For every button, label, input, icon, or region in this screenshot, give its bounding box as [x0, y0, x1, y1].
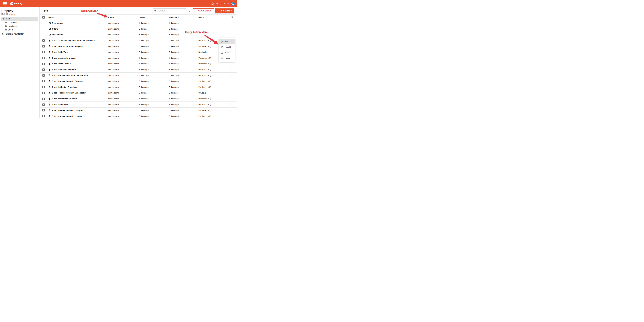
entry-name[interactable]: 2 bed maisonette in Lyon [52, 57, 76, 59]
row-actions-kebab-button[interactable] [230, 85, 232, 89]
file-icon [48, 39, 51, 42]
row-checkbox[interactable] [42, 74, 45, 77]
folder-name[interactable]: New homes [52, 22, 63, 24]
column-header-status[interactable]: Status [198, 16, 228, 18]
search-icon [154, 10, 156, 12]
entry-name[interactable]: 2 bed flat in San Francisco [52, 86, 77, 88]
folder-name[interactable]: Offers [52, 28, 58, 30]
cell-modified: 5 days ago [169, 86, 198, 88]
row-checkbox[interactable] [42, 92, 45, 94]
cell-author: admin admin [108, 22, 139, 24]
folder-label: Leaseholds [8, 21, 18, 24]
cell-modified: 5 days ago [169, 80, 198, 82]
entry-name[interactable]: 1 bed flat in Milan [52, 103, 68, 106]
entry-name[interactable]: 3 bed terraced house in London [52, 115, 82, 117]
entry-name[interactable]: 4 bed town house in Paris [52, 68, 76, 71]
entry-name[interactable]: 3 bed terraced house in Florence [52, 80, 83, 82]
create-new-folder-button[interactable]: Create a new folder [0, 33, 40, 35]
sidebar-folder-item[interactable]: ▸Offers [0, 28, 40, 31]
chevron-right-icon[interactable]: ▸ [3, 22, 4, 23]
sidebar-item-home[interactable]: Home [1, 17, 38, 21]
cell-author: admin admin [108, 45, 139, 47]
row-checkbox[interactable] [42, 98, 45, 100]
entry-name[interactable]: 1 bed flat for sale in Los Angeles [52, 45, 83, 47]
row-actions-kebab-button[interactable] [230, 73, 232, 77]
user-avatar[interactable] [231, 2, 235, 5]
row-actions-kebab-button[interactable] [230, 27, 232, 31]
cell-author: admin admin [108, 98, 139, 100]
row-actions-kebab-button[interactable] [230, 114, 232, 118]
row-checkbox[interactable] [42, 109, 45, 111]
table-row: 4 bed flat in London admin admin 6 days … [40, 61, 236, 67]
entry-name[interactable]: 1 bed flat in Turin [52, 51, 68, 53]
sidebar-folder-item[interactable]: ▸New homes [0, 24, 40, 28]
menu-item-move[interactable]: Move [219, 50, 235, 55]
cell-modified: 5 days ago [169, 109, 198, 111]
column-header-modified[interactable]: Modified↓ [169, 16, 198, 18]
column-settings-gear-icon[interactable]: ⚙ [230, 16, 233, 19]
row-actions-kebab-button[interactable] [230, 21, 232, 25]
entry-name[interactable]: 1 bed property in New York [52, 98, 77, 100]
cell-modified: 5 days ago [169, 115, 198, 117]
table-row: 1 bed flat in Milan admin admin 6 days a… [40, 102, 236, 107]
row-actions-kebab-button[interactable] [230, 91, 232, 95]
row-checkbox[interactable] [42, 115, 45, 117]
row-checkbox[interactable] [42, 57, 45, 59]
file-icon [48, 80, 51, 82]
chevron-right-icon[interactable]: ▸ [3, 29, 4, 30]
cell-author: admin admin [108, 92, 139, 94]
row-actions-kebab-button[interactable] [230, 79, 232, 83]
new-folder-label: NEW FOLDER [198, 10, 212, 12]
column-header-author[interactable]: Author [108, 16, 139, 18]
row-actions-kebab-button[interactable] [230, 103, 232, 106]
table-row: Leaseholds admin admin 6 days ago 6 days… [40, 32, 236, 38]
folder-name[interactable]: Leaseholds [52, 33, 63, 36]
entry-name[interactable]: 3 bed terraced house in Manchester [52, 92, 86, 94]
column-header-name[interactable]: Name [48, 16, 54, 18]
new-folder-button[interactable]: + NEW FOLDER [193, 8, 214, 13]
select-all-checkbox[interactable] [42, 16, 45, 18]
row-actions-kebab-button[interactable] [230, 62, 232, 66]
row-checkbox[interactable] [42, 45, 45, 47]
row-checkbox[interactable] [42, 103, 45, 106]
row-checkbox[interactable] [42, 86, 45, 88]
row-checkbox[interactable] [42, 51, 45, 53]
hamburger-menu-icon[interactable] [3, 2, 7, 5]
menu-item-delete[interactable]: Delete [219, 55, 235, 61]
entry-name[interactable]: 2 bed terraced house in Liverpool [52, 109, 84, 111]
cell-created: 6 days ago [139, 45, 169, 47]
menu-item-label: Delete [225, 57, 230, 59]
cell-modified: 5 days ago [169, 68, 198, 71]
model-id-value[interactable]: property [9, 13, 15, 15]
cell-modified: 6 days ago [169, 33, 198, 36]
menu-item-unpublish[interactable]: Unpublish [219, 44, 235, 50]
menu-item-edit[interactable]: Edit [219, 39, 235, 44]
filter-icon[interactable] [188, 9, 191, 12]
folder-icon [48, 33, 51, 36]
new-entry-button[interactable]: + NEW ENTRY [215, 8, 234, 13]
file-icon [48, 109, 51, 112]
menu-item-label: Unpublish [225, 46, 233, 48]
column-header-created[interactable]: Created [139, 16, 169, 18]
row-checkbox[interactable] [42, 68, 45, 71]
entry-name[interactable]: 3 bed terraced house for sale in Berlin [52, 74, 88, 77]
tenant-selector[interactable]: ROOT TENANT [211, 2, 229, 5]
chevron-right-icon[interactable]: ▸ [3, 25, 4, 27]
table-row: 3 bed terraced house in London admin adm… [40, 113, 236, 118]
unpublish-icon [221, 46, 223, 48]
cell-author: admin admin [108, 33, 139, 36]
entry-name[interactable]: 4 bed semi-detached house for sale in De… [52, 39, 95, 42]
search-input[interactable] [158, 10, 185, 12]
row-actions-kebab-button[interactable] [230, 68, 232, 72]
sidebar-folder-item[interactable]: ▸Leaseholds [0, 21, 40, 24]
cell-status: Published (v1) [198, 98, 228, 100]
row-checkbox[interactable] [42, 39, 45, 42]
entry-name[interactable]: 4 bed flat in London [52, 63, 71, 65]
webiny-logo: W webiny [10, 2, 22, 5]
row-actions-kebab-button[interactable] [230, 33, 232, 37]
row-actions-kebab-button[interactable] [230, 108, 232, 112]
row-actions-kebab-button[interactable] [230, 97, 232, 101]
row-checkbox[interactable] [42, 80, 45, 82]
cell-created: 6 days ago [139, 33, 169, 36]
row-checkbox[interactable] [42, 63, 45, 65]
